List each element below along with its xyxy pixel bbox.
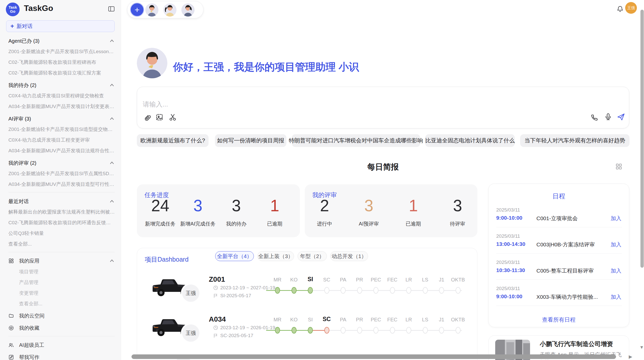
project-dashboard-card: 项目Dashboard 全新平台（4）全新上装（3）年型（2）动总开发（1） 王…	[137, 248, 477, 360]
daily-briefing-title: 每日简报	[137, 162, 629, 172]
clock-icon	[213, 325, 218, 330]
join-link[interactable]: 加入	[611, 293, 621, 301]
event-divider	[496, 279, 622, 280]
schedule-event: 2025/03/1110:30-11:30C005-整车工程目标评审加入	[489, 260, 629, 286]
stat-label: 进行中	[317, 220, 332, 227]
milestone-dot	[406, 287, 411, 294]
event-title: C001-立项审批会	[536, 215, 578, 222]
join-link[interactable]: 加入	[611, 241, 621, 248]
agent-avatar-1[interactable]	[145, 3, 158, 17]
sidebar-item-star-badge[interactable]: 我的收藏	[8, 324, 115, 332]
scroll-down-icon[interactable]: ▼	[639, 345, 644, 350]
milestone-dot	[373, 287, 378, 294]
user-avatar[interactable]: 王强	[625, 2, 637, 14]
notification-bell-icon[interactable]	[617, 6, 624, 13]
phone-icon[interactable]	[590, 113, 598, 121]
agent-avatar-2[interactable]	[163, 3, 177, 17]
add-agent-button[interactable]: +	[130, 3, 144, 17]
sidebar-item[interactable]: C0X4-动力总成开发项目工程变更评审	[8, 137, 115, 143]
stat-item: 3AI预评审	[359, 184, 379, 237]
sidebar-item[interactable]: A034-全新新能源MUV产品开发项目计划变更表编写	[8, 103, 115, 110]
logo-line2: Go	[10, 9, 16, 13]
milestone-label: PEC	[371, 277, 381, 283]
sidebar-item[interactable]: Z001-全新燃油轻卡产品开发项目SI节点属性5D文件评审	[8, 170, 115, 177]
project-row[interactable]: 王强Z0012023-12-19 ~ 2027-01-19SI-2025-05-…	[137, 267, 477, 307]
project-row[interactable]: 王强A0342023-12-19 ~ 2026-01-19SC-2025-05-…	[137, 307, 477, 347]
event-date: 2025/03/11	[496, 286, 520, 291]
stat-label: 已逾期	[406, 220, 421, 227]
app-item[interactable]: 项目管理	[8, 268, 115, 275]
filter-pill[interactable]: 全新上装（3）	[257, 251, 294, 261]
milestone-label: SC	[323, 277, 330, 283]
sidebar-item[interactable]: Z001-全新燃油皮卡产品开发项目SI节点Lesson Learn报告	[8, 48, 115, 55]
event-date: 2025/03/11	[496, 260, 520, 265]
stat-value: 1	[267, 198, 282, 214]
scroll-right-icon[interactable]: ▶	[629, 354, 632, 359]
view-all-chats-link[interactable]: 查看全部...	[8, 241, 115, 247]
suggestion-chip[interactable]: 欧洲新规最近颁布了什么?	[137, 134, 209, 147]
view-all-schedule-link[interactable]: 查看所有日程	[489, 316, 629, 324]
milestone-dot	[308, 287, 313, 294]
news-title: 小鹏飞行汽车制造公司增资	[540, 340, 613, 348]
section-header[interactable]: Agent已办 (3)	[8, 38, 115, 44]
suggestion-chip[interactable]: 比亚迪全固态电池计划具体说了什么	[425, 134, 515, 147]
suggestion-chip[interactable]: 如何写一份清晰的项目周报	[215, 134, 286, 147]
horizontal-scrollbar[interactable]	[131, 354, 616, 359]
sidebar-item-cloud-folder[interactable]: 我的云空间	[8, 312, 115, 319]
section-header[interactable]: AI评审 (3)	[8, 115, 115, 122]
section-title: 我的待办 (2)	[8, 82, 36, 89]
stat-item: 1已逾期	[406, 184, 421, 237]
sidebar-item[interactable]: C0X4-动力总成开发项目SI里程碑提交物检查	[8, 93, 115, 99]
milestone-label: SC	[323, 316, 331, 323]
stat-value: 24	[145, 198, 175, 214]
join-link[interactable]: 加入	[611, 215, 621, 222]
message-input[interactable]	[142, 100, 448, 109]
suggestion-chip[interactable]: 当下年轻人对汽车外观有怎样的喜好趋势	[520, 134, 630, 147]
sidebar-item[interactable]: A034-全新新能源MUV产品开发项目造型可行性评审	[8, 181, 115, 188]
sidebar-collapse-icon[interactable]	[108, 6, 115, 12]
section-header[interactable]: 我的评审 (2)	[8, 160, 115, 166]
filter-pill[interactable]: 年型（2）	[298, 251, 327, 261]
scissors-icon[interactable]	[169, 113, 177, 121]
screenshot-icon[interactable]	[155, 113, 164, 121]
sidebar-item-my-apps[interactable]: 我的应用	[8, 257, 115, 264]
schedule-event: 2025/03/1113:00-14:30C003|H0B-方案冻结评审加入	[489, 233, 629, 260]
app-item[interactable]: 产品管理	[8, 279, 115, 286]
milestone-dot	[275, 287, 280, 294]
microphone-icon[interactable]	[604, 113, 612, 121]
vertical-scrollbar[interactable]	[640, 10, 644, 268]
stat-value: 3	[450, 198, 465, 214]
send-icon[interactable]	[617, 113, 625, 121]
event-divider	[496, 227, 622, 227]
milestone-label: KO	[290, 277, 298, 283]
sidebar-item[interactable]: Z001-全新燃油轻卡产品开发项目SI造型提交物评审	[8, 126, 115, 133]
app-item[interactable]: 变更管理	[8, 290, 115, 296]
sidebar-item-label: AI超级员工	[19, 342, 44, 349]
recent-chat-item[interactable]: 解释最新出台的欧盟报废车法规再生塑料比例被调至15%...	[8, 209, 115, 215]
sidebar-item-label: 我的云空间	[19, 312, 45, 319]
filter-pill[interactable]: 全新平台（4）	[215, 251, 254, 261]
sidebar-item[interactable]: C02-飞腾新能源轻客改款项目里程碑画布	[8, 59, 115, 66]
recent-chat-item[interactable]: C02-飞腾新能源轻客改款项目的闭环通告反馈情况	[8, 219, 115, 226]
recent-chat-item[interactable]: 公司Q3轻卡销量	[8, 230, 115, 237]
view-all-apps-link[interactable]: 查看全部...	[8, 301, 115, 307]
attachment-icon[interactable]	[143, 113, 151, 121]
schedule-event: 2025/03/119:00-10:00C001-立项审批会加入	[489, 207, 629, 233]
section-header-recent[interactable]: 最近对话	[8, 198, 115, 205]
sidebar-item-label: 帮我写作	[19, 354, 39, 360]
suggestion-chip[interactable]: 特朗普可能对进口汽车增税会对中国车企造成哪些影响	[292, 134, 420, 147]
new-chat-button[interactable]: + 新对话	[6, 20, 115, 32]
agent-avatar-3[interactable]	[181, 3, 195, 17]
schedule-card: 日程 2025/03/119:00-10:00C001-立项审批会加入2025/…	[488, 184, 629, 327]
assistant-avatar	[137, 48, 167, 78]
sidebar-header: Task Go TaskGo	[0, 0, 121, 18]
sidebar-item[interactable]: A034-全新新能源MUV产品开发项目法规符合性评审	[8, 147, 115, 154]
sidebar-tool-item[interactable]: AI超级员工	[8, 341, 115, 349]
join-link[interactable]: 加入	[611, 267, 621, 274]
sidebar-tool-item[interactable]: 帮我写作	[8, 354, 115, 360]
layout-grid-icon[interactable]	[616, 163, 622, 170]
filter-pill[interactable]: 动总开发（1）	[330, 251, 368, 261]
section-header[interactable]: 我的待办 (2)	[8, 82, 115, 88]
event-date: 2025/03/11	[496, 233, 520, 239]
sidebar-item[interactable]: C02-飞腾新能源轻客改款项目立项汇报方案	[8, 70, 115, 76]
